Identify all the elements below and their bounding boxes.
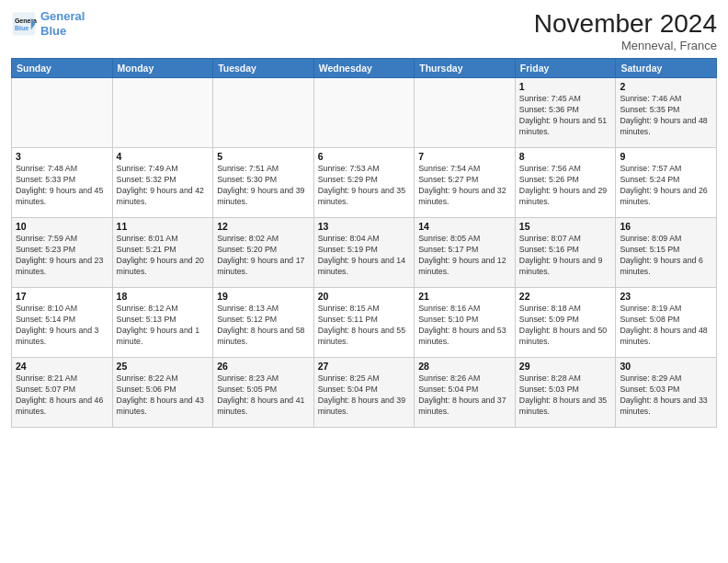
day-cell-2: 2Sunrise: 7:46 AMSunset: 5:35 PMDaylight… [616,78,717,148]
day-info: Sunrise: 7:57 AMSunset: 5:24 PMDaylight:… [620,164,712,208]
day-number: 15 [519,221,612,232]
day-number: 6 [318,151,411,162]
day-number: 5 [217,151,310,162]
day-cell-17: 17Sunrise: 8:10 AMSunset: 5:14 PMDayligh… [12,288,113,358]
week-row-2: 3Sunrise: 7:48 AMSunset: 5:33 PMDaylight… [12,148,717,218]
day-info: Sunrise: 8:26 AMSunset: 5:04 PMDaylight:… [418,373,511,418]
day-number: 27 [318,361,411,372]
page-container: General Blue General Blue November 2024 … [0,0,728,563]
weekday-header-thursday: Thursday [415,59,516,78]
day-cell-22: 22Sunrise: 8:18 AMSunset: 5:09 PMDayligh… [515,288,616,358]
day-number: 29 [519,361,612,372]
day-cell-4: 4Sunrise: 7:49 AMSunset: 5:32 PMDaylight… [112,148,213,218]
day-cell-20: 20Sunrise: 8:15 AMSunset: 5:11 PMDayligh… [313,288,415,358]
weekday-header-wednesday: Wednesday [313,59,415,78]
day-cell-21: 21Sunrise: 8:16 AMSunset: 5:10 PMDayligh… [415,288,516,358]
day-number: 30 [620,361,712,372]
empty-cell [415,78,516,148]
calendar: SundayMondayTuesdayWednesdayThursdayFrid… [11,58,717,428]
day-cell-14: 14Sunrise: 8:05 AMSunset: 5:17 PMDayligh… [415,218,516,288]
day-info: Sunrise: 8:05 AMSunset: 5:17 PMDaylight:… [418,234,511,278]
day-number: 10 [16,221,108,232]
day-info: Sunrise: 8:16 AMSunset: 5:10 PMDaylight:… [418,304,511,348]
logo-icon: General Blue [11,11,37,37]
day-number: 2 [620,81,712,92]
day-cell-13: 13Sunrise: 8:04 AMSunset: 5:19 PMDayligh… [313,218,415,288]
day-cell-29: 29Sunrise: 8:28 AMSunset: 5:03 PMDayligh… [515,358,616,428]
day-number: 26 [217,361,310,372]
day-number: 22 [519,291,612,302]
day-info: Sunrise: 7:54 AMSunset: 5:27 PMDaylight:… [418,164,511,208]
day-cell-24: 24Sunrise: 8:21 AMSunset: 5:07 PMDayligh… [12,358,113,428]
day-info: Sunrise: 7:46 AMSunset: 5:35 PMDaylight:… [620,94,712,138]
day-cell-30: 30Sunrise: 8:29 AMSunset: 5:03 PMDayligh… [616,358,717,428]
day-info: Sunrise: 8:25 AMSunset: 5:04 PMDaylight:… [318,373,411,418]
day-cell-18: 18Sunrise: 8:12 AMSunset: 5:13 PMDayligh… [112,288,213,358]
day-cell-5: 5Sunrise: 7:51 AMSunset: 5:30 PMDaylight… [213,148,314,218]
week-row-3: 10Sunrise: 7:59 AMSunset: 5:23 PMDayligh… [12,218,717,288]
day-number: 7 [418,151,511,162]
day-info: Sunrise: 7:53 AMSunset: 5:29 PMDaylight:… [318,164,411,208]
day-cell-6: 6Sunrise: 7:53 AMSunset: 5:29 PMDaylight… [313,148,415,218]
day-cell-28: 28Sunrise: 8:26 AMSunset: 5:04 PMDayligh… [415,358,516,428]
day-cell-27: 27Sunrise: 8:25 AMSunset: 5:04 PMDayligh… [313,358,415,428]
day-cell-7: 7Sunrise: 7:54 AMSunset: 5:27 PMDaylight… [415,148,516,218]
day-number: 28 [418,361,511,372]
day-info: Sunrise: 8:15 AMSunset: 5:11 PMDaylight:… [318,304,411,348]
day-cell-11: 11Sunrise: 8:01 AMSunset: 5:21 PMDayligh… [112,218,213,288]
day-cell-3: 3Sunrise: 7:48 AMSunset: 5:33 PMDaylight… [12,148,113,218]
day-info: Sunrise: 7:48 AMSunset: 5:33 PMDaylight:… [16,164,108,208]
day-cell-19: 19Sunrise: 8:13 AMSunset: 5:12 PMDayligh… [213,288,314,358]
day-cell-9: 9Sunrise: 7:57 AMSunset: 5:24 PMDaylight… [616,148,717,218]
week-row-5: 24Sunrise: 8:21 AMSunset: 5:07 PMDayligh… [12,358,717,428]
day-number: 21 [418,291,511,302]
day-info: Sunrise: 8:01 AMSunset: 5:21 PMDaylight:… [117,234,210,278]
day-number: 3 [16,151,108,162]
day-info: Sunrise: 7:59 AMSunset: 5:23 PMDaylight:… [16,234,108,278]
day-info: Sunrise: 8:07 AMSunset: 5:16 PMDaylight:… [519,234,612,278]
weekday-header-monday: Monday [112,59,213,78]
day-info: Sunrise: 8:18 AMSunset: 5:09 PMDaylight:… [519,304,612,348]
day-cell-26: 26Sunrise: 8:23 AMSunset: 5:05 PMDayligh… [213,358,314,428]
day-number: 4 [117,151,210,162]
empty-cell [213,78,314,148]
day-number: 23 [620,291,712,302]
weekday-header-row: SundayMondayTuesdayWednesdayThursdayFrid… [12,59,717,78]
day-info: Sunrise: 7:56 AMSunset: 5:26 PMDaylight:… [519,164,612,208]
weekday-header-friday: Friday [515,59,616,78]
day-number: 17 [16,291,108,302]
day-info: Sunrise: 7:45 AMSunset: 5:36 PMDaylight:… [519,94,612,138]
day-number: 13 [318,221,411,232]
day-cell-10: 10Sunrise: 7:59 AMSunset: 5:23 PMDayligh… [12,218,113,288]
location: Menneval, France [534,39,717,52]
svg-text:Blue: Blue [15,25,28,31]
day-info: Sunrise: 8:23 AMSunset: 5:05 PMDaylight:… [217,373,310,418]
day-number: 9 [620,151,712,162]
day-cell-23: 23Sunrise: 8:19 AMSunset: 5:08 PMDayligh… [616,288,717,358]
day-info: Sunrise: 7:51 AMSunset: 5:30 PMDaylight:… [217,164,310,208]
weekday-header-tuesday: Tuesday [213,59,314,78]
logo-text: General Blue [40,9,85,38]
day-number: 19 [217,291,310,302]
day-cell-16: 16Sunrise: 8:09 AMSunset: 5:15 PMDayligh… [616,218,717,288]
day-info: Sunrise: 8:04 AMSunset: 5:19 PMDaylight:… [318,234,411,278]
logo-blue: Blue [40,24,66,38]
day-info: Sunrise: 8:10 AMSunset: 5:14 PMDaylight:… [16,304,108,348]
header: General Blue General Blue November 2024 … [11,9,717,52]
empty-cell [112,78,213,148]
empty-cell [12,78,113,148]
day-info: Sunrise: 8:22 AMSunset: 5:06 PMDaylight:… [117,373,210,418]
day-info: Sunrise: 8:09 AMSunset: 5:15 PMDaylight:… [620,234,712,278]
weekday-header-saturday: Saturday [616,59,717,78]
month-title: November 2024 [534,9,717,39]
day-cell-12: 12Sunrise: 8:02 AMSunset: 5:20 PMDayligh… [213,218,314,288]
logo-general: General [40,9,85,23]
logo: General Blue General Blue [11,9,85,38]
day-cell-15: 15Sunrise: 8:07 AMSunset: 5:16 PMDayligh… [515,218,616,288]
day-number: 1 [519,81,612,92]
day-info: Sunrise: 8:28 AMSunset: 5:03 PMDaylight:… [519,373,612,418]
day-number: 18 [117,291,210,302]
empty-cell [313,78,415,148]
day-number: 8 [519,151,612,162]
day-number: 12 [217,221,310,232]
